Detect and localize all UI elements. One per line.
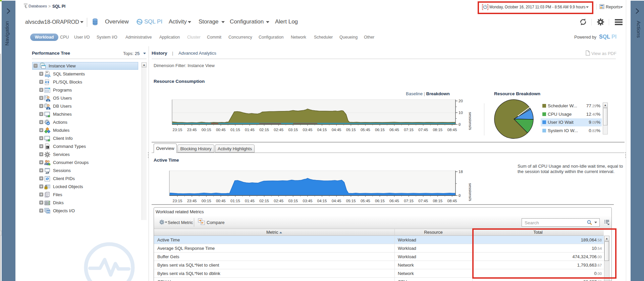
svg-text:02:15: 02:15 bbox=[259, 128, 269, 132]
svg-text:06:45: 06:45 bbox=[389, 128, 399, 132]
svg-text:07:45: 07:45 bbox=[418, 128, 428, 132]
svg-text:05:45: 05:45 bbox=[361, 199, 370, 203]
svg-text:02:15: 02:15 bbox=[259, 199, 269, 203]
svg-text:03:45: 03:45 bbox=[303, 128, 313, 132]
svg-text:08:45: 08:45 bbox=[447, 199, 457, 203]
svg-text:06:15: 06:15 bbox=[375, 128, 385, 132]
svg-text:08:15: 08:15 bbox=[433, 128, 442, 132]
svg-text:07:15: 07:15 bbox=[404, 128, 414, 132]
svg-text:23:45: 23:45 bbox=[187, 128, 197, 132]
svg-text:01:45: 01:45 bbox=[245, 199, 255, 203]
svg-text:03:45: 03:45 bbox=[303, 199, 313, 203]
svg-text:06:45: 06:45 bbox=[389, 199, 399, 203]
svg-text:10: 10 bbox=[459, 111, 463, 115]
svg-text:00:15: 00:15 bbox=[202, 128, 211, 132]
svg-text:01:45: 01:45 bbox=[245, 128, 255, 132]
svg-text:sessions/s: sessions/s bbox=[468, 112, 472, 130]
svg-text:20: 20 bbox=[459, 99, 463, 103]
svg-text:0: 0 bbox=[459, 193, 461, 198]
svg-text:04:15: 04:15 bbox=[317, 199, 327, 203]
svg-text:23:45: 23:45 bbox=[187, 199, 197, 203]
svg-text:sessions/s: sessions/s bbox=[468, 183, 472, 201]
svg-text:05:15: 05:15 bbox=[346, 199, 356, 203]
svg-text:08:15: 08:15 bbox=[433, 199, 442, 203]
svg-text:05:15: 05:15 bbox=[346, 128, 356, 132]
svg-text:02:45: 02:45 bbox=[274, 199, 283, 203]
svg-text:00:15: 00:15 bbox=[202, 199, 211, 203]
svg-text:07:15: 07:15 bbox=[404, 199, 414, 203]
svg-text:05:45: 05:45 bbox=[361, 128, 370, 132]
svg-text:0: 0 bbox=[459, 122, 461, 126]
svg-text:04:45: 04:45 bbox=[332, 199, 341, 203]
svg-text:03:15: 03:15 bbox=[288, 128, 298, 132]
svg-text:18: 18 bbox=[459, 170, 463, 174]
svg-text:01:15: 01:15 bbox=[230, 128, 240, 132]
svg-text:07:45: 07:45 bbox=[418, 199, 428, 203]
svg-text:04:45: 04:45 bbox=[332, 128, 341, 132]
svg-text:00:45: 00:45 bbox=[216, 128, 226, 132]
svg-text:SQL: SQL bbox=[45, 74, 51, 77]
svg-text:01:15: 01:15 bbox=[230, 199, 240, 203]
svg-text:02:45: 02:45 bbox=[274, 128, 283, 132]
svg-text:03:15: 03:15 bbox=[288, 199, 298, 203]
svg-text:06:15: 06:15 bbox=[375, 199, 385, 203]
svg-text:23:15: 23:15 bbox=[173, 199, 182, 203]
svg-text:08:45: 08:45 bbox=[447, 128, 457, 132]
svg-text:04:15: 04:15 bbox=[317, 128, 327, 132]
svg-text:00:45: 00:45 bbox=[216, 199, 226, 203]
svg-text:23:15: 23:15 bbox=[173, 128, 182, 132]
